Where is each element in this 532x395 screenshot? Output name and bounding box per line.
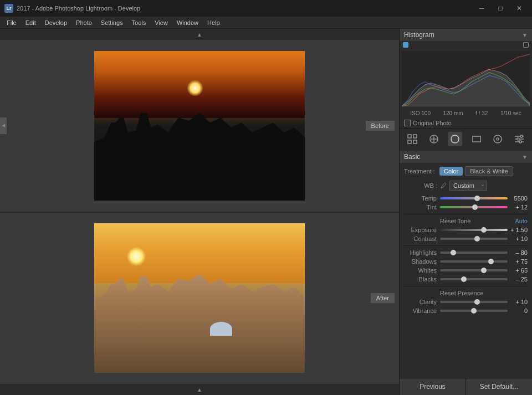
blacks-value: – 25 — [508, 276, 528, 283]
blacks-thumb[interactable] — [461, 276, 467, 282]
basic-header[interactable]: Basic ▼ — [400, 151, 532, 163]
color-treatment-btn[interactable]: Color — [439, 167, 463, 176]
iso-value: ISO 100 — [410, 110, 431, 116]
exposure-slider[interactable] — [440, 229, 508, 231]
svg-point-16 — [519, 141, 521, 143]
circle-tool-icon[interactable] — [427, 132, 441, 146]
wb-row: WB : 🖊 Custom As Shot Auto Daylight Clou… — [404, 181, 528, 191]
histogram-corner-controls — [400, 41, 532, 49]
contrast-slider[interactable] — [440, 238, 508, 240]
close-button[interactable]: ✕ — [511, 3, 528, 14]
menu-edit[interactable]: Edit — [21, 18, 40, 27]
tint-slider[interactable] — [440, 206, 508, 208]
adjustment-icon[interactable] — [512, 132, 526, 146]
right-panel: Histogram ▼ — [399, 29, 532, 395]
menu-view[interactable]: View — [150, 18, 172, 27]
vibrance-thumb[interactable] — [471, 308, 477, 314]
reset-tone-row: Reset Tone Auto — [404, 218, 528, 224]
highlights-slider[interactable] — [440, 252, 508, 254]
shadows-label: Shadows — [404, 258, 440, 265]
set-default-button[interactable]: Set Default... — [466, 378, 532, 395]
app-icon: Lr — [4, 4, 13, 13]
menu-window[interactable]: Window — [172, 18, 203, 27]
original-photo-checkbox[interactable] — [404, 120, 411, 126]
svg-rect-2 — [408, 140, 411, 143]
clarity-slider[interactable] — [440, 301, 508, 303]
histogram-svg — [402, 51, 530, 106]
menu-settings[interactable]: Settings — [96, 18, 127, 27]
exposure-thumb[interactable] — [481, 227, 487, 233]
basic-content: Treatment : Color Black & White WB : 🖊 C… — [400, 163, 532, 320]
svg-rect-8 — [473, 136, 480, 142]
temp-thumb[interactable] — [474, 196, 480, 201]
exposure-label: Exposure — [404, 227, 440, 233]
basic-title: Basic — [404, 153, 420, 161]
rect-tool-icon[interactable] — [469, 132, 484, 146]
titlebar-left: Lr 2017 - Adobe Photoshop Lightroom - De… — [4, 4, 140, 13]
contrast-label: Contrast — [404, 235, 440, 242]
reset-presence-label: Reset Presence — [404, 290, 483, 296]
temp-slider[interactable] — [440, 197, 508, 199]
window-controls[interactable]: ─ □ ✕ — [473, 3, 528, 14]
whites-slider[interactable] — [440, 269, 508, 271]
left-panel-handle[interactable]: ◀ — [0, 117, 7, 134]
minimize-button[interactable]: ─ — [473, 3, 490, 14]
menu-photo[interactable]: Photo — [71, 18, 96, 27]
wb-select[interactable]: Custom As Shot Auto Daylight Cloudy Shad… — [449, 181, 487, 191]
before-label[interactable]: Before — [366, 121, 395, 131]
tone-curve-icon[interactable] — [448, 132, 462, 146]
shadows-value: + 75 — [508, 258, 528, 265]
previous-button[interactable]: Previous — [400, 378, 466, 395]
vibrance-slider[interactable] — [440, 310, 508, 312]
highlights-clipping-btn[interactable] — [523, 42, 529, 48]
bw-treatment-btn[interactable]: Black & White — [465, 166, 513, 176]
svg-point-14 — [520, 135, 523, 137]
whites-label: Whites — [404, 267, 440, 274]
radial-tool-icon[interactable] — [490, 132, 505, 146]
main-container: ▲ Before ◀ — [0, 29, 532, 395]
whites-row: Whites + 65 — [404, 267, 528, 274]
original-photo-row: Original Photo — [400, 118, 532, 128]
histogram-header[interactable]: Histogram ▼ — [400, 29, 532, 41]
auto-btn[interactable]: Auto — [515, 218, 528, 224]
right-scroll[interactable]: Histogram ▼ — [400, 29, 532, 378]
focal-length: 120 mm — [443, 110, 463, 116]
temp-label: Temp — [404, 195, 440, 202]
after-label[interactable]: After — [371, 293, 395, 303]
blacks-row: Blacks – 25 — [404, 276, 528, 283]
svg-point-15 — [517, 138, 519, 140]
divider-3 — [404, 286, 528, 286]
highlights-value: – 80 — [508, 249, 528, 256]
highlights-row: Highlights – 80 — [404, 249, 528, 256]
ba-labels: Before — [366, 121, 395, 131]
maximize-button[interactable]: □ — [492, 3, 509, 14]
bottom-buttons: Previous Set Default... — [400, 378, 532, 395]
wb-label: WB : — [404, 182, 437, 189]
tool-row — [400, 128, 532, 150]
sun-before — [187, 80, 203, 96]
shadows-thumb[interactable] — [488, 259, 494, 264]
temp-row: Temp 5500 — [404, 195, 528, 202]
whites-value: + 65 — [508, 267, 528, 274]
menu-help[interactable]: Help — [203, 18, 224, 27]
vibrance-value: 0 — [508, 307, 528, 314]
highlights-thumb[interactable] — [451, 250, 456, 255]
shadows-slider[interactable] — [440, 260, 508, 263]
shadows-clipping-btn[interactable] — [403, 42, 408, 48]
whites-thumb[interactable] — [481, 268, 487, 273]
blacks-slider[interactable] — [440, 278, 508, 280]
menu-tools[interactable]: Tools — [127, 18, 151, 27]
before-photo — [94, 51, 305, 201]
menu-file[interactable]: File — [2, 18, 21, 27]
svg-rect-3 — [413, 140, 417, 143]
contrast-thumb[interactable] — [474, 236, 480, 242]
tint-thumb[interactable] — [472, 204, 478, 210]
grid-tool-icon[interactable] — [405, 132, 420, 146]
wb-eyedropper-icon[interactable]: 🖊 — [439, 182, 447, 189]
menu-develop[interactable]: Develop — [40, 18, 71, 27]
clarity-thumb[interactable] — [474, 299, 480, 305]
top-arrow[interactable]: ▲ — [0, 29, 399, 40]
bottom-arrow[interactable]: ▲ — [0, 384, 399, 395]
titlebar: Lr 2017 - Adobe Photoshop Lightroom - De… — [0, 0, 532, 17]
tint-value: + 12 — [508, 204, 528, 211]
